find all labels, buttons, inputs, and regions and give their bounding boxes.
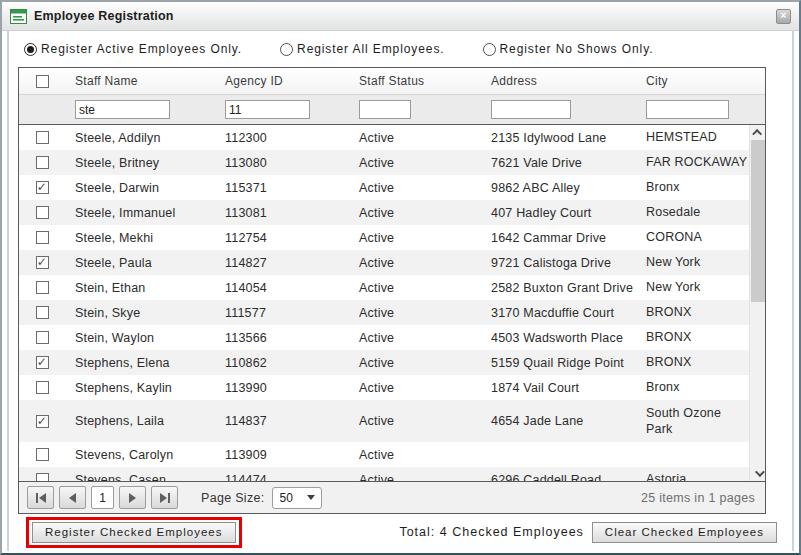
form-window-icon [10,9,27,24]
city-cell: FAR ROCKAWAY [644,154,749,170]
address-cell: 1874 Vail Court [489,381,644,395]
row-checkbox[interactable]: ✓ [36,356,49,369]
address-cell: 9862 ABC Alley [489,181,644,195]
city-cell: Astoria [644,471,749,481]
checked-total-text: Total: 4 Checked Employees [399,525,583,539]
column-header-staff-name[interactable]: Staff Name [65,74,223,88]
clear-checked-employees-button[interactable]: Clear Checked Employees [592,522,777,543]
city-cell: South Ozone Park [644,405,749,438]
row-checkbox[interactable] [36,281,49,294]
radio-label: Register All Employees. [297,42,444,56]
city-cell: New York [644,279,749,295]
page-size-value: 50 [279,491,307,505]
agency-id-cell: 113566 [223,331,357,345]
row-checkbox[interactable]: ✓ [36,256,49,269]
scrollbar-thumb[interactable] [751,140,765,302]
row-checkbox[interactable] [36,206,49,219]
filter-address-input[interactable] [491,100,571,119]
staff-status-cell: Active [357,414,489,428]
row-checkbox[interactable] [36,231,49,244]
register-checked-employees-button[interactable]: Register Checked Employees [32,522,236,543]
agency-id-cell: 113080 [223,156,357,170]
agency-id-cell: 114837 [223,414,357,428]
staff-name-cell: Steele, Addilyn [65,131,223,145]
radio-register-no-shows[interactable]: Register No Shows Only. [483,42,654,56]
address-cell: 3170 Macduffie Court [489,306,644,320]
table-row: Stephens, Kaylin113990Active1874 Vail Co… [19,375,749,400]
staff-name-cell: Steele, Mekhi [65,231,223,245]
first-page-button[interactable] [27,486,54,509]
staff-name-cell: Stein, Waylon [65,331,223,345]
agency-id-cell: 114054 [223,281,357,295]
staff-status-cell: Active [357,256,489,270]
address-cell: 9721 Calistoga Drive [489,256,644,270]
row-checkbox[interactable] [36,306,49,319]
agency-id-cell: 113081 [223,206,357,220]
last-page-button[interactable] [151,486,178,509]
staff-name-cell: Stein, Ethan [65,281,223,295]
row-checkbox[interactable]: ✓ [36,181,49,194]
employees-grid: Staff Name Agency ID Staff Status Addres… [18,67,766,514]
table-row: Steele, Addilyn112300Active2135 Idylwood… [19,125,749,150]
radio-register-all[interactable]: Register All Employees. [280,42,444,56]
filter-agency-id-input[interactable] [225,100,310,119]
current-page-box[interactable]: 1 [91,486,114,509]
filter-staff-status-input[interactable] [359,100,411,119]
filter-city-input[interactable] [646,100,729,119]
address-cell: 1642 Cammar Drive [489,231,644,245]
scroll-down-icon[interactable] [750,466,765,481]
column-header-address[interactable]: Address [489,74,644,88]
staff-status-cell: Active [357,231,489,245]
dialog-footer: Register Checked Employees Total: 4 Chec… [12,514,789,550]
page-size-dropdown[interactable]: 50 [272,487,322,509]
table-row: ✓Steele, Paula114827Active9721 Calistoga… [19,250,749,275]
table-row: Stevens, Carolyn113909Active [19,442,749,467]
address-cell: 4503 Wadsworth Place [489,331,644,345]
staff-name-cell: Stephens, Kaylin [65,381,223,395]
staff-name-cell: Stevens, Casen [65,473,223,482]
city-cell: Bronx [644,379,749,395]
city-cell: New York [644,254,749,270]
staff-status-cell: Active [357,331,489,345]
row-checkbox[interactable] [36,473,49,481]
register-button-highlight: Register Checked Employees [26,517,242,548]
row-checkbox[interactable]: ✓ [36,415,49,428]
staff-status-cell: Active [357,473,489,482]
row-checkbox[interactable] [36,331,49,344]
city-cell: HEMSTEAD [644,129,749,145]
filter-staff-name-input[interactable] [75,100,170,119]
prev-page-button[interactable] [59,486,86,509]
close-icon[interactable]: × [776,9,791,24]
address-cell: 2582 Buxton Grant Drive [489,281,644,295]
next-page-button[interactable] [119,486,146,509]
city-cell: CORONA [644,229,749,245]
grid-rows: Steele, Addilyn112300Active2135 Idylwood… [19,125,749,481]
title-bar: Employee Registration × [2,2,799,31]
radio-register-active-only[interactable]: Register Active Employees Only. [24,42,242,56]
column-header-city[interactable]: City [644,74,749,88]
table-row: Steele, Mekhi112754Active1642 Cammar Dri… [19,225,749,250]
vertical-scrollbar[interactable] [749,125,765,481]
agency-id-cell: 113909 [223,448,357,462]
select-all-checkbox[interactable] [36,75,49,88]
grid-filter-row [19,95,765,125]
row-checkbox[interactable] [36,156,49,169]
row-checkbox[interactable] [36,448,49,461]
staff-status-cell: Active [357,381,489,395]
table-row: Stein, Skye111577Active3170 Macduffie Co… [19,300,749,325]
radio-circle-icon [24,43,37,56]
table-row: ✓Steele, Darwin115371Active9862 ABC Alle… [19,175,749,200]
address-cell: 6296 Caddell Road [489,473,644,482]
table-row: Steele, Britney113080Active7621 Vale Dri… [19,150,749,175]
column-header-staff-status[interactable]: Staff Status [357,74,489,88]
city-cell: BRONX [644,329,749,345]
scroll-up-icon[interactable] [750,125,765,140]
staff-status-cell: Active [357,281,489,295]
row-checkbox[interactable] [36,381,49,394]
radio-circle-icon [280,43,293,56]
row-checkbox[interactable] [36,131,49,144]
column-header-agency-id[interactable]: Agency ID [223,74,357,88]
staff-name-cell: Stephens, Elena [65,356,223,370]
employee-registration-dialog: Employee Registration × Register Active … [0,0,801,555]
staff-name-cell: Stephens, Laila [65,414,223,428]
